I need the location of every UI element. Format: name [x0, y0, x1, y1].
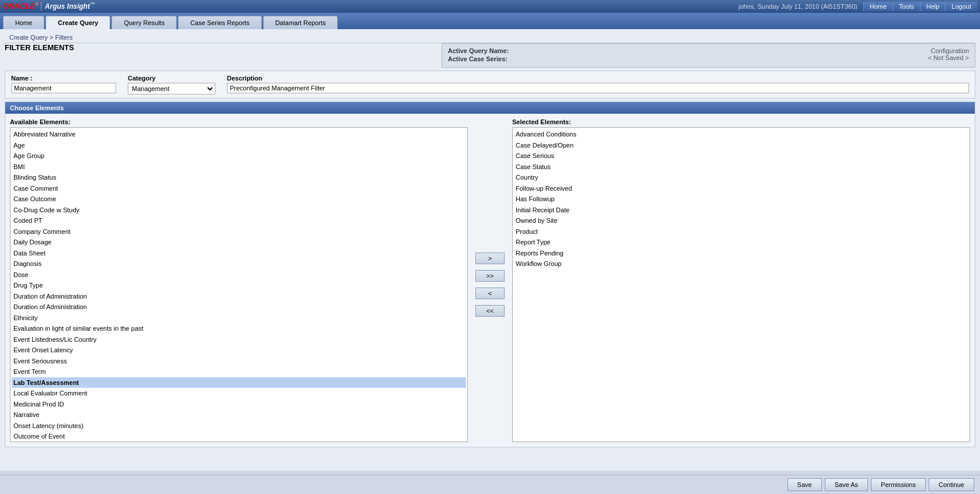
tab-nav: Home Create Query Query Results Case Ser…	[0, 13, 980, 29]
available-item[interactable]: Drug Type	[12, 280, 466, 291]
available-item[interactable]: Event Onset Latency	[12, 345, 466, 356]
description-field-group: Description	[227, 75, 969, 93]
available-item[interactable]: Dose	[12, 269, 466, 281]
selected-item[interactable]: Case Serious	[514, 150, 968, 162]
available-item[interactable]: Evaluation in light of similar events in…	[12, 323, 466, 334]
tab-home[interactable]: Home	[3, 16, 44, 29]
add-all-button[interactable]: >>	[475, 270, 505, 282]
selected-elements-panel: Selected Elements: Advanced ConditionsCa…	[512, 118, 970, 442]
available-item[interactable]: Event Seriousness	[12, 356, 466, 367]
available-elements-list[interactable]: Abbreviated NarrativeAgeAge GroupBMIBlin…	[10, 127, 468, 442]
selected-item[interactable]: Initial Receipt Date	[514, 205, 968, 216]
available-item[interactable]: Co-Drug Code w Study	[12, 205, 466, 216]
available-item[interactable]: Medicinal Prod ID	[12, 399, 466, 410]
description-input[interactable]	[227, 83, 969, 93]
selected-item[interactable]: Case Delayed/Open	[514, 140, 968, 151]
selected-item[interactable]: Reports Pending	[514, 248, 968, 259]
selected-item[interactable]: Country	[514, 172, 968, 183]
selected-item[interactable]: Workflow Group	[514, 258, 968, 269]
description-label: Description	[227, 75, 969, 82]
available-item[interactable]: Patient Gender/Pregnancy	[12, 442, 466, 443]
available-elements-title: Available Elements:	[10, 118, 468, 125]
available-item[interactable]: Onset Latency (minutes)	[12, 421, 466, 432]
available-item[interactable]: Blinding Status	[12, 172, 466, 183]
top-nav-tools[interactable]: Tools	[892, 2, 920, 11]
available-item[interactable]: Ethnicity	[12, 313, 466, 324]
category-label: Category	[128, 75, 215, 82]
user-info: johns, Sunday July 11, 2010 (AI51ST360)	[94, 3, 863, 10]
add-one-button[interactable]: >	[475, 253, 505, 264]
top-nav-logout[interactable]: Logout	[945, 2, 977, 11]
name-label: Name :	[11, 75, 116, 82]
selected-item[interactable]: Report Type	[514, 237, 968, 248]
active-query-box: Active Query Name: Active Case Series: C…	[442, 43, 975, 68]
available-item[interactable]: Duration of Administration	[12, 291, 466, 302]
selected-elements-list[interactable]: Advanced ConditionsCase Delayed/OpenCase…	[512, 127, 970, 442]
top-nav: Home Tools Help Logout	[863, 2, 977, 11]
available-item[interactable]: Duration of Administration	[12, 302, 466, 313]
config-label: Configuration	[928, 47, 969, 54]
selected-item[interactable]: Owned by Site	[514, 215, 968, 226]
top-nav-home[interactable]: Home	[863, 2, 892, 11]
config-value: < Not Saved >	[928, 54, 969, 61]
selected-item[interactable]: Product	[514, 226, 968, 237]
available-item[interactable]: Event Listedness/Lic Country	[12, 334, 466, 345]
available-item[interactable]: Event Term	[12, 366, 466, 377]
active-query-labels: Active Query Name: Active Case Series:	[448, 47, 509, 64]
available-item[interactable]: Case Comment	[12, 183, 466, 194]
available-item[interactable]: Data Sheet	[12, 248, 466, 259]
available-item[interactable]: Age Group	[12, 150, 466, 162]
remove-one-button[interactable]: <	[475, 288, 505, 299]
available-item[interactable]: BMI	[12, 162, 466, 173]
available-item[interactable]: Coded PT	[12, 215, 466, 226]
selected-item[interactable]: Follow-up Received	[514, 183, 968, 194]
tab-datamart-reports[interactable]: Datamart Reports	[263, 16, 338, 29]
selected-item[interactable]: Advanced Conditions	[514, 129, 968, 140]
active-query-values: Configuration < Not Saved >	[928, 47, 969, 64]
available-item[interactable]: Age	[12, 140, 466, 151]
active-query-name-label: Active Query Name:	[448, 47, 509, 54]
available-elements-panel: Available Elements: Abbreviated Narrativ…	[10, 118, 468, 442]
tab-create-query[interactable]: Create Query	[46, 16, 110, 29]
remove-all-button[interactable]: <<	[475, 305, 505, 317]
logo-area: ORACLE® Argus Insight™	[3, 2, 94, 10]
name-field-group: Name :	[11, 75, 116, 93]
name-input[interactable]	[11, 83, 116, 93]
filter-info: Name : Category Management Other Descrip…	[5, 71, 975, 99]
selected-elements-title: Selected Elements:	[512, 118, 970, 125]
active-case-series-label: Active Case Series:	[448, 55, 509, 62]
page-content: Create Query > Filters Active Query Name…	[0, 29, 980, 471]
category-field-group: Category Management Other	[128, 75, 215, 94]
available-item[interactable]: Case Outcome	[12, 194, 466, 205]
oracle-logo: ORACLE®	[3, 2, 38, 10]
top-nav-help[interactable]: Help	[920, 2, 946, 11]
available-item[interactable]: Diagnosis	[12, 258, 466, 269]
available-item[interactable]: Lab Test/Assessment	[12, 377, 466, 388]
choose-elements-header: Choose Elements	[5, 102, 975, 114]
argus-insight-label: Argus Insight™	[41, 2, 94, 10]
available-item[interactable]: Abbreviated Narrative	[12, 129, 466, 140]
tab-query-results[interactable]: Query Results	[111, 16, 177, 29]
available-item[interactable]: Local Evaluator Comment	[12, 388, 466, 399]
tab-case-series-reports[interactable]: Case Series Reports	[178, 16, 262, 29]
breadcrumb: Create Query > Filters	[5, 32, 975, 43]
choose-elements-section: Choose Elements Available Elements: Abbr…	[5, 101, 975, 447]
selected-item[interactable]: Case Status	[514, 162, 968, 173]
available-item[interactable]: Daily Dosage	[12, 237, 466, 248]
transfer-buttons-group: > >> < <<	[471, 253, 509, 317]
category-select[interactable]: Management Other	[128, 83, 215, 94]
choose-elements-body: Available Elements: Abbreviated Narrativ…	[5, 114, 975, 447]
top-header: ORACLE® Argus Insight™ johns, Sunday Jul…	[0, 0, 980, 13]
selected-item[interactable]: Has Followup	[514, 194, 968, 205]
available-item[interactable]: Outcome of Event	[12, 431, 466, 442]
available-item[interactable]: Narrative	[12, 409, 466, 421]
available-item[interactable]: Company Comment	[12, 226, 466, 237]
